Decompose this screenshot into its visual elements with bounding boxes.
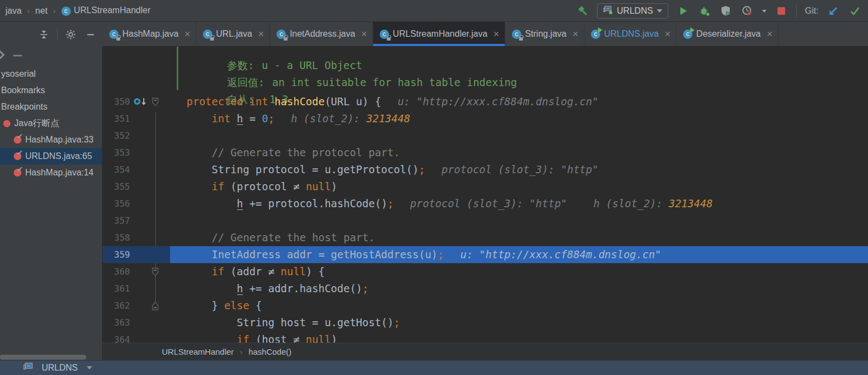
tab-close-icon[interactable]: × [184,29,190,39]
code-line-364[interactable]: 364 if (host ≠ null) [103,331,868,343]
git-update-button[interactable] [827,4,840,18]
line-number: 355 [103,178,130,195]
code-text[interactable]: String protocol = u.getProtocol();protoc… [170,161,868,178]
tree-item[interactable]: HashMap.java:33 [0,132,102,148]
editor-tab[interactable]: cURL.java× [196,22,270,46]
code-text[interactable]: if (addr ≠ null) { [170,263,868,280]
code-text[interactable]: } else { [170,297,868,314]
arrow-down-left-icon [830,8,837,15]
gutter[interactable]: 354 [103,161,170,178]
tree-item[interactable]: Breakpoints [0,99,102,115]
gutter[interactable]: 362 [103,297,170,314]
gutter[interactable]: 364 [103,331,170,343]
chevron-right-icon[interactable] [0,50,4,60]
stop-button[interactable] [775,4,788,18]
tab-close-icon[interactable]: × [258,29,264,39]
editor-tab[interactable]: cURLDNS.java× [584,22,677,46]
code-text[interactable] [170,127,868,144]
editor-tab[interactable]: cInetAddress.java× [270,22,373,46]
gutter[interactable]: 359 [103,246,170,263]
override-marker-icon[interactable] [133,97,149,109]
gutter[interactable]: 358 [103,229,170,246]
code-text[interactable]: h += protocol.hashCode();protocol (slot_… [170,195,868,212]
profiler-dropdown-icon[interactable] [762,10,766,13]
gutter[interactable]: 355 [103,178,170,195]
code-line-354[interactable]: 354 String protocol = u.getProtocol();pr… [103,161,868,178]
gutter[interactable]: 350 [103,93,170,110]
editor-tab[interactable]: cString.java× [505,22,584,46]
breadcrumb-method[interactable]: hashCode() [249,347,291,356]
breadcrumb-item[interactable]: net [33,6,49,16]
code-text[interactable]: // Generate the host part. [170,229,868,246]
git-commit-button[interactable] [848,4,861,18]
code-line-356[interactable]: 356 h += protocol.hashCode();protocol (s… [103,195,868,212]
gutter[interactable]: 353 [103,144,170,161]
code-line-360[interactable]: 360 if (addr ≠ null) { [103,263,868,280]
hide-tool-window-icon[interactable] [84,28,97,41]
tree-item[interactable]: Bookmarks [0,82,102,99]
code-text[interactable]: protected int hashCode(URL u) {u: "http:… [170,93,868,110]
code-line-363[interactable]: 363 String host = u.getHost(); [103,314,868,331]
editor-tab[interactable]: cDeserializer.java× [677,22,779,46]
editor-tab[interactable]: cURLStreamHandler.java× [373,22,505,46]
horizontal-scrollbar-thumb[interactable] [0,355,86,360]
code-line-351[interactable]: 351 int h = 0;h (slot_2): 3213448 [103,110,868,127]
breadcrumb-item[interactable]: java [3,6,24,16]
chevron-down-icon [657,9,662,13]
tree-item[interactable]: HashMap.java:14 [0,164,102,181]
code-line-357[interactable]: 357 [103,212,868,229]
fold-marker-icon[interactable] [151,96,160,110]
breadcrumb-item[interactable]: cURLStreamHandler [59,5,153,16]
code-text[interactable]: if (protocol ≠ null) [170,178,868,195]
fold-marker-icon[interactable] [151,300,160,314]
gutter[interactable]: 352 [103,127,170,144]
code-text[interactable]: if (host ≠ null) [170,331,868,343]
gutter[interactable]: 360 [103,263,170,280]
fold-marker-icon[interactable] [151,266,160,280]
code-text[interactable]: // Generate the protocol part. [170,144,868,161]
editor-tab[interactable]: cHashMap.java× [103,22,196,46]
line-number: 351 [103,110,130,127]
gutter[interactable]: 363 [103,314,170,331]
chevron-down-icon[interactable] [87,366,92,370]
monitor-icon [23,362,34,374]
gear-icon[interactable] [64,28,77,41]
code-line-355[interactable]: 355 if (protocol ≠ null) [103,178,868,195]
code-line-353[interactable]: 353 // Generate the protocol part. [103,144,868,161]
debugger-inline-hint: 3213448 [669,197,713,209]
tab-close-icon[interactable]: × [493,29,499,39]
tree-item[interactable]: ysoserial [0,66,102,82]
code-text[interactable] [170,212,868,229]
gutter[interactable]: 351 [103,110,170,127]
debugger-inline-hint: 3213448 [367,112,410,124]
tree-item[interactable]: Java行断点 [0,115,102,132]
tab-close-icon[interactable]: × [361,29,367,39]
tab-close-icon[interactable]: × [572,29,578,39]
code-line-361[interactable]: 361 h += addr.hashCode(); [103,280,868,297]
code-text[interactable]: String host = u.getHost(); [170,314,868,331]
code-line-359[interactable]: 359 InetAddress addr = getHostAddress(u)… [103,246,868,263]
run-config-selector[interactable]: URLDNS [597,3,668,19]
debug-button[interactable] [698,4,711,18]
profiler-button[interactable] [741,4,754,18]
code-text[interactable]: InetAddress addr = getHostAddress(u);u: … [170,246,868,263]
gutter[interactable]: 356 [103,195,170,212]
code-text[interactable]: h += addr.hashCode(); [170,280,868,297]
gutter[interactable]: 357 [103,212,170,229]
code-line-352[interactable]: 352 [103,127,868,144]
tab-close-icon[interactable]: × [665,29,671,39]
build-hammer-button[interactable] [576,4,589,18]
run-button[interactable] [677,4,690,18]
coverage-button[interactable] [719,4,732,18]
tab-close-icon[interactable]: × [766,29,773,39]
code-line-358[interactable]: 358 // Generate the host part. [103,229,868,246]
code-line-362[interactable]: 362 } else { [103,297,868,314]
breadcrumb-class[interactable]: URLStreamHandler [162,347,234,356]
debug-tool-window-bar[interactable]: URLDNS [0,360,868,375]
gutter[interactable]: 361 [103,280,170,297]
collapse-all-icon[interactable] [37,28,50,41]
tree-item[interactable]: URLDNS.java:65 [0,148,102,164]
code-line-350[interactable]: 350protected int hashCode(URL u) {u: "ht… [103,93,868,110]
code-text[interactable]: int h = 0;h (slot_2): 3213448 [170,110,868,127]
code-editor[interactable]: 参数:u - a URL Object 返回值:an int suitable … [103,47,868,343]
